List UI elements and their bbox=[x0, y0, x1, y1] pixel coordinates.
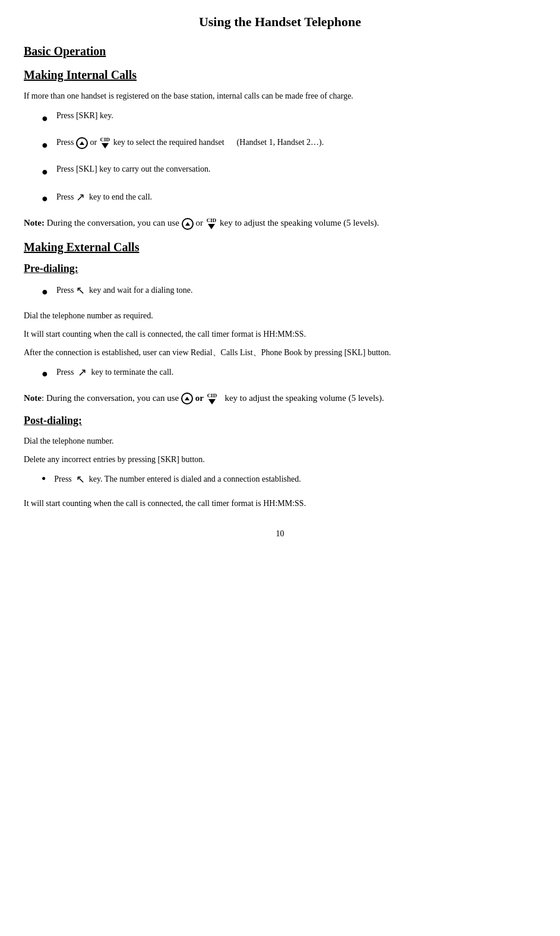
bullet-dot-4: ● bbox=[42, 191, 48, 207]
bullet-select-handset: ● Press or CID key to select the require… bbox=[42, 136, 536, 153]
cid-down-icon-note1: CID bbox=[207, 218, 217, 229]
post-dialing-heading: Post-dialing: bbox=[24, 413, 536, 429]
basic-operation-section: Basic Operation Making Internal Calls bbox=[24, 42, 536, 84]
para-connection: After the connection is established, use… bbox=[24, 346, 536, 359]
para-delete-entries: Delete any incorrect entries by pressing… bbox=[24, 453, 536, 466]
bullet-skr: ● Press [SKR] key. bbox=[42, 109, 536, 127]
circle-up-icon bbox=[76, 137, 88, 149]
page-title: Using the Handset Telephone bbox=[24, 12, 536, 31]
bullet-text-skl: Press [SKL] key to carry out the convers… bbox=[56, 163, 536, 175]
bullet-terminate: ● Press ↗ key to terminate the call. bbox=[42, 365, 536, 382]
bullet-text-skr: Press [SKR] key. bbox=[56, 109, 536, 122]
cid-down-icon-1: CID bbox=[100, 137, 110, 148]
bullet-text-terminate: Press ↗ key to terminate the call. bbox=[56, 365, 536, 381]
para-post-dial-number: Dial the telephone number. bbox=[24, 435, 536, 447]
phone-dial-icon-1: ↖ bbox=[76, 283, 85, 299]
note-internal: Note: During the conversation, you can u… bbox=[24, 216, 536, 230]
external-calls-section: Making External Calls Pre-dialing: bbox=[24, 238, 536, 277]
circle-up-icon-note1 bbox=[182, 218, 194, 230]
bullet-dot-5: ● bbox=[42, 284, 48, 300]
pre-dialing-heading: Pre-dialing: bbox=[24, 261, 536, 277]
bullet-post-dial: ● Press ↖ key. The number entered is dia… bbox=[42, 472, 536, 488]
phone-end-icon-2: ↗ bbox=[78, 365, 87, 381]
phone-dial-icon-2: ↖ bbox=[76, 472, 85, 488]
circle-up-icon-note2 bbox=[181, 393, 193, 404]
bullet-skl: ● Press [SKL] key to carry out the conve… bbox=[42, 163, 536, 180]
bullet-text-end-1: Press ↗ key to end the call. bbox=[56, 189, 536, 205]
para-timer-1: It will start counting when the call is … bbox=[24, 328, 536, 340]
page-number: 10 bbox=[24, 527, 536, 540]
note-external: Note: During the conversation, you can u… bbox=[24, 391, 536, 405]
bullet-text-select: Press or CID key to select the required … bbox=[56, 136, 536, 149]
bullet-dot-1: ● bbox=[42, 110, 48, 127]
bullet-text-dial-tone: Press ↖ key and wait for a dialing tone. bbox=[56, 283, 536, 299]
bullet-dot-3: ● bbox=[42, 164, 48, 180]
bullet-dot-2: ● bbox=[42, 137, 48, 153]
internal-calls-intro: If more than one handset is registered o… bbox=[24, 90, 536, 102]
basic-operation-heading: Basic Operation bbox=[24, 42, 536, 60]
bullet-dot-6: ● bbox=[42, 366, 48, 382]
para-dial-number: Dial the telephone number as required. bbox=[24, 309, 536, 322]
bullet-dial-tone: ● Press ↖ key and wait for a dialing ton… bbox=[42, 283, 536, 300]
making-external-calls-heading: Making External Calls bbox=[24, 238, 536, 256]
bullet-end-call-1: ● Press ↗ key to end the call. bbox=[42, 189, 536, 207]
para-timer-2: It will start counting when the call is … bbox=[24, 497, 536, 510]
phone-end-icon-1: ↗ bbox=[76, 189, 85, 205]
bullet-text-post-dial: Press ↖ key. The number entered is diale… bbox=[54, 472, 536, 488]
cid-down-icon-note2: CID bbox=[207, 393, 217, 404]
making-internal-calls-heading: Making Internal Calls bbox=[24, 66, 536, 84]
bullet-dot-7: ● bbox=[42, 473, 46, 483]
